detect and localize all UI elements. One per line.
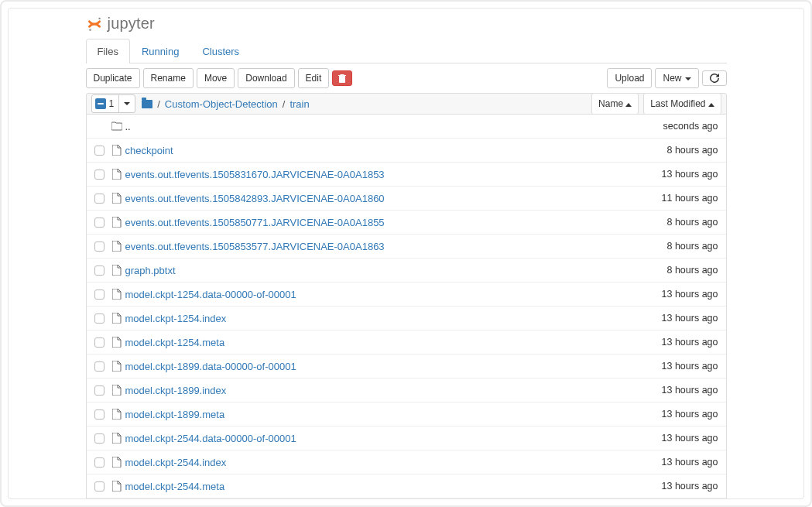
file-row: events.out.tfevents.1505831670.JARVICENA…: [87, 162, 726, 186]
file-icon: [112, 409, 122, 420]
file-icon: [112, 361, 122, 372]
row-checkbox[interactable]: [94, 146, 104, 156]
move-button[interactable]: Move: [197, 68, 235, 88]
file-link[interactable]: model.ckpt-2544.data-00000-of-00001: [125, 433, 296, 444]
sort-name-button[interactable]: Name: [591, 93, 639, 115]
modified-time: 13 hours ago: [662, 337, 721, 348]
tabs: FilesRunningClusters: [86, 39, 727, 63]
tab-files[interactable]: Files: [86, 39, 130, 63]
file-icon: [112, 241, 122, 252]
breadcrumb-item[interactable]: train: [290, 98, 309, 110]
modified-time: seconds ago: [663, 121, 721, 132]
file-icon: [112, 193, 122, 204]
select-menu-caret[interactable]: [118, 95, 135, 112]
modified-time: 13 hours ago: [662, 361, 721, 372]
file-icon: [112, 313, 122, 324]
row-checkbox[interactable]: [94, 242, 104, 252]
modified-time: 13 hours ago: [662, 433, 721, 444]
breadcrumb-item[interactable]: Custom-Object-Detection: [165, 98, 278, 110]
file-row: events.out.tfevents.1505842893.JARVICENA…: [87, 186, 726, 210]
row-checkbox[interactable]: [94, 361, 104, 372]
edit-button[interactable]: Edit: [298, 68, 330, 88]
duplicate-button[interactable]: Duplicate: [86, 68, 140, 88]
row-checkbox[interactable]: [94, 218, 104, 228]
file-link[interactable]: model.ckpt-1899.data-00000-of-00001: [125, 361, 296, 372]
logo-text: jupyter: [108, 15, 155, 33]
rename-button[interactable]: Rename: [143, 68, 194, 88]
row-checkbox[interactable]: [94, 385, 104, 396]
file-link[interactable]: events.out.tfevents.1505831670.JARVICENA…: [125, 169, 385, 180]
parent-dir-row[interactable]: ..seconds ago: [87, 115, 726, 138]
folder-icon[interactable]: [142, 100, 152, 108]
file-row: checkpoint8 hours ago: [87, 138, 726, 162]
modified-time: 11 hours ago: [662, 193, 721, 204]
modified-time: 8 hours ago: [666, 265, 721, 276]
svg-point-0: [98, 17, 100, 19]
file-icon: [112, 169, 122, 180]
arrow-up-icon: [708, 98, 714, 109]
row-checkbox[interactable]: [94, 337, 104, 348]
modified-time: 13 hours ago: [662, 409, 721, 420]
parent-dir-label: ..: [125, 121, 131, 132]
row-checkbox[interactable]: [94, 409, 104, 420]
svg-point-1: [89, 29, 91, 31]
row-checkbox[interactable]: [94, 457, 104, 468]
file-row: model.ckpt-1254.meta13 hours ago: [87, 330, 726, 354]
row-checkbox[interactable]: [94, 265, 104, 276]
file-icon: [112, 385, 122, 396]
modified-time: 13 hours ago: [662, 481, 721, 492]
row-checkbox[interactable]: [94, 194, 104, 204]
modified-time: 8 hours ago: [666, 241, 721, 252]
row-checkbox[interactable]: [94, 289, 104, 300]
file-link[interactable]: model.ckpt-1254.meta: [125, 337, 225, 348]
modified-time: 13 hours ago: [662, 313, 721, 324]
file-link[interactable]: events.out.tfevents.1505853577.JARVICENA…: [125, 241, 385, 252]
file-row: graph.pbtxt8 hours ago: [87, 258, 726, 282]
file-row: model.ckpt-2544.meta13 hours ago: [87, 474, 726, 498]
row-checkbox[interactable]: [94, 313, 104, 324]
file-link[interactable]: model.ckpt-1899.index: [125, 385, 227, 396]
file-link[interactable]: model.ckpt-1254.index: [125, 313, 227, 324]
file-link[interactable]: model.ckpt-2544.meta: [125, 481, 225, 492]
toolbar: Duplicate Rename Move Download Edit Uplo…: [86, 63, 727, 93]
download-button[interactable]: Download: [238, 68, 294, 88]
file-list: ..seconds agocheckpoint8 hours agoevents…: [86, 115, 727, 499]
tab-clusters[interactable]: Clusters: [190, 39, 251, 63]
file-row: model.ckpt-1899.index13 hours ago: [87, 378, 726, 402]
refresh-icon: [710, 74, 719, 83]
sort-modified-button[interactable]: Last Modified: [643, 93, 721, 115]
tab-running[interactable]: Running: [130, 39, 190, 63]
file-link[interactable]: events.out.tfevents.1505842893.JARVICENA…: [125, 193, 385, 204]
file-link[interactable]: checkpoint: [125, 145, 173, 156]
row-checkbox[interactable]: [94, 170, 104, 180]
new-button[interactable]: New: [655, 68, 698, 88]
file-icon: [112, 337, 122, 348]
file-icon: [112, 457, 122, 468]
row-checkbox[interactable]: [94, 433, 104, 444]
file-icon: [112, 433, 122, 444]
modified-time: 13 hours ago: [662, 169, 721, 180]
file-icon: [112, 265, 122, 276]
modified-time: 8 hours ago: [666, 217, 721, 228]
file-link[interactable]: graph.pbtxt: [125, 265, 176, 276]
row-checkbox[interactable]: [94, 481, 104, 492]
modified-time: 13 hours ago: [662, 289, 721, 300]
delete-button[interactable]: [332, 70, 352, 86]
file-icon: [112, 145, 122, 156]
file-row: model.ckpt-1254.data-00000-of-0000113 ho…: [87, 282, 726, 306]
indeterminate-icon: [95, 98, 106, 109]
file-link[interactable]: events.out.tfevents.1505850771.JARVICENA…: [125, 217, 385, 228]
file-row: events.out.tfevents.1505853577.JARVICENA…: [87, 234, 726, 258]
file-link[interactable]: model.ckpt-1899.meta: [125, 409, 225, 420]
trash-icon: [338, 74, 346, 83]
file-link[interactable]: model.ckpt-2544.index: [125, 457, 227, 468]
modified-time: 8 hours ago: [666, 145, 721, 156]
file-row: model.ckpt-3187.data-00000-of-0000113 ho…: [87, 498, 726, 499]
file-row: model.ckpt-2544.index13 hours ago: [87, 450, 726, 474]
refresh-button[interactable]: [702, 70, 727, 86]
file-row: model.ckpt-1899.meta13 hours ago: [87, 402, 726, 426]
upload-button[interactable]: Upload: [607, 68, 652, 88]
logo[interactable]: jupyter: [86, 13, 727, 39]
select-all-control[interactable]: 1: [91, 94, 136, 113]
file-link[interactable]: model.ckpt-1254.data-00000-of-00001: [125, 289, 296, 300]
